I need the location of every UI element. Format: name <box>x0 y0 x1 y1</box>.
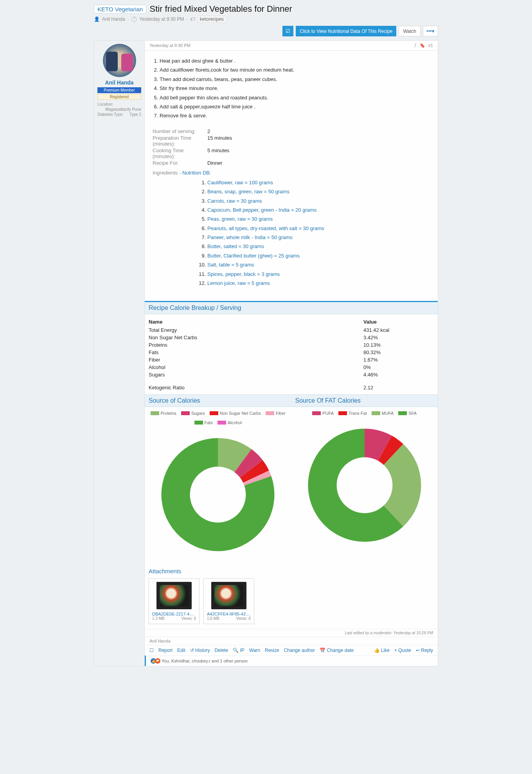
attachment-name: DBA2DE0E-2217-47E... <box>152 612 196 616</box>
legend-item: Proteins <box>151 411 176 416</box>
action-resize[interactable]: Resize <box>265 648 279 653</box>
ingredient-link[interactable]: Paneer, whole milk - India = 50 grams <box>207 234 293 240</box>
legend-item: Non Sugar Net Carbs <box>210 411 261 416</box>
cal-name: Sugars <box>149 372 363 378</box>
attachment-views: Views: 6 <box>181 616 196 621</box>
legend-item: Alcohol <box>217 420 242 425</box>
recipe-step: Add salt & pepper,squeeze half lime juic… <box>160 102 430 111</box>
legend-item: Trans Fat <box>338 411 367 416</box>
action-edit[interactable]: Edit <box>177 648 185 653</box>
calorie-section-title: Recipe Calorie Breakup / Serving <box>145 301 438 314</box>
location-value: Magarpattacity Pune <box>105 107 141 112</box>
ingredient-link[interactable]: Butter, salted = 30 grams <box>207 243 264 249</box>
attachment-card[interactable]: A42CFFE4-9F85-42C...1.6 MBViews: 6 <box>203 578 254 624</box>
edit-note: Last edited by a moderator: Yesterday at… <box>145 629 438 637</box>
recipe-steps: Heat pan add desi ghee & butter .Add cau… <box>160 56 430 121</box>
check-icon-button[interactable]: ☑ <box>282 26 293 36</box>
action-ip[interactable]: 🔍 IP <box>233 648 244 653</box>
nutrition-db-link[interactable]: Nutrition DB <box>182 170 210 176</box>
post-time[interactable]: Yesterday at 9:30 PM <box>149 43 191 48</box>
ingredient-link[interactable]: Spices, pepper, black = 3 grams <box>207 271 280 277</box>
cook-value: 5 minutes <box>207 148 229 159</box>
action-change-author[interactable]: Change author <box>284 648 315 653</box>
nutritional-data-button[interactable]: Click to View Nutritional Data Of This R… <box>296 26 396 36</box>
action-history[interactable]: ↺ History <box>190 648 210 653</box>
share-icon[interactable]: ⤴ <box>414 43 417 48</box>
ingredient-link[interactable]: Lemon juice, raw = 5 grams <box>207 280 270 286</box>
clock-icon: 🕐 <box>131 16 137 22</box>
chart1-title: Source of Calories <box>145 395 291 407</box>
ingredient-link[interactable]: Peanuts, all types, dry-roasted, with sa… <box>207 225 324 231</box>
action-delete[interactable]: Delete <box>214 648 228 653</box>
reactions-bar[interactable]: 👍❤ You, Kshridhar, choubey.r and 1 other… <box>145 655 438 666</box>
legend-item: SFA <box>398 411 417 416</box>
col-name: Name <box>149 319 363 325</box>
location-label: Location: <box>97 102 113 106</box>
thread-author[interactable]: Anil Handa <box>102 16 125 22</box>
attachment-views: Views: 6 <box>236 616 251 621</box>
like-button[interactable]: 👍 Like <box>374 648 390 653</box>
username-link[interactable]: Anil Handa <box>97 79 141 86</box>
legend-item: PUFA <box>312 411 334 416</box>
reply-button[interactable]: ↩ Reply <box>416 648 433 653</box>
attachment-name: A42CFFE4-9F85-42C... <box>207 612 251 616</box>
ingredient-link[interactable]: Beans, snap, green, raw = 50 grams <box>207 189 289 194</box>
for-value: Dinner <box>207 160 222 166</box>
watch-button[interactable]: Watch <box>399 26 421 36</box>
attachment-size: 1.6 MB <box>207 616 219 621</box>
svg-point-1 <box>336 457 392 513</box>
signature: Anil Handa <box>145 637 438 645</box>
cal-name: Proteins <box>149 342 363 348</box>
legend-item: Fats <box>194 420 213 425</box>
thread-tag[interactable]: ketorecipes <box>197 16 226 23</box>
action-change-date[interactable]: 📅 Change date <box>320 648 354 653</box>
attachment-thumb[interactable] <box>211 582 246 609</box>
recipe-step: Add cauliflower florets,cook for two min… <box>160 65 430 74</box>
action-warn[interactable]: Warn <box>249 648 260 653</box>
cal-name: Fats <box>149 349 363 355</box>
thread-title: Stir fried Mixed Vegetables for Dinner <box>149 4 292 14</box>
recipe-step: Heat pan add desi ghee & butter . <box>160 56 430 65</box>
cal-value: 10.13% <box>363 342 434 348</box>
cal-name: Fiber <box>149 357 363 363</box>
prep-label: Preparation Time (minutes): <box>153 135 207 147</box>
reactions-text: You, Kshridhar, choubey.r and 1 other pe… <box>162 659 248 663</box>
thread-meta: 👤 Anil Handa · 🕐 Yesterday at 9:30 PM · … <box>94 16 438 23</box>
ingredients-list: Cauliflower, raw = 100 gramsBeans, snap,… <box>207 178 430 288</box>
cal-value: 80.32% <box>363 349 434 355</box>
serving-label: Number of serving: <box>153 128 207 134</box>
attachment-thumb[interactable] <box>156 582 192 609</box>
cal-name: Total Energy <box>149 327 363 333</box>
recipe-step: Then add diced carrots, beans, peas, pan… <box>160 75 430 84</box>
col-value: Value <box>363 319 434 325</box>
bookmark-icon[interactable]: 🔖 <box>420 43 425 48</box>
cal-name: Alcohol <box>149 364 363 370</box>
ingredient-link[interactable]: Carrots, raw = 30 grams <box>207 198 262 204</box>
ratio-name: Ketogenic Ratio <box>149 385 363 391</box>
svg-point-0 <box>190 467 246 523</box>
user-icon: 👤 <box>94 16 100 22</box>
attachment-card[interactable]: DBA2DE0E-2217-47E...1.3 MBViews: 6 <box>149 578 200 624</box>
quote-button[interactable]: + Quote <box>394 648 411 653</box>
more-options-button[interactable]: •••▾ <box>423 26 438 36</box>
attachments-title: Attachments <box>145 566 438 576</box>
diabetes-value: Type 2 <box>129 112 141 117</box>
ingredient-link[interactable]: Salt, table = 5 grams <box>207 262 254 268</box>
legend-item: Sugars <box>181 411 205 416</box>
avatar[interactable] <box>103 44 136 77</box>
select-checkbox[interactable]: ☐ <box>149 648 154 653</box>
ingredient-link[interactable]: Butter, Clarified butter (ghee) = 25 gra… <box>207 253 300 259</box>
cal-value: 4.46% <box>363 372 434 378</box>
tag-icon: 🏷 <box>190 16 195 22</box>
user-sidebar: Anil Handa Premium Member Registered Loc… <box>94 40 145 666</box>
recipe-step: Stir fry three minute more. <box>160 84 430 93</box>
thread-prefix[interactable]: KETO Vegetarian <box>94 5 146 14</box>
ingredient-link[interactable]: Cauliflower, raw = 100 grams <box>207 180 273 185</box>
premium-badge: Premium Member <box>97 87 141 93</box>
ingredient-link[interactable]: Peas, green, raw = 30 grams <box>207 216 273 222</box>
ratio-value: 2.12 <box>363 385 434 391</box>
cal-value: 1.67% <box>363 357 434 363</box>
ingredient-link[interactable]: Capsicum, Bell pepper, green - India = 2… <box>207 207 316 213</box>
action-report[interactable]: Report <box>158 648 173 653</box>
post-number[interactable]: #1 <box>428 43 433 48</box>
